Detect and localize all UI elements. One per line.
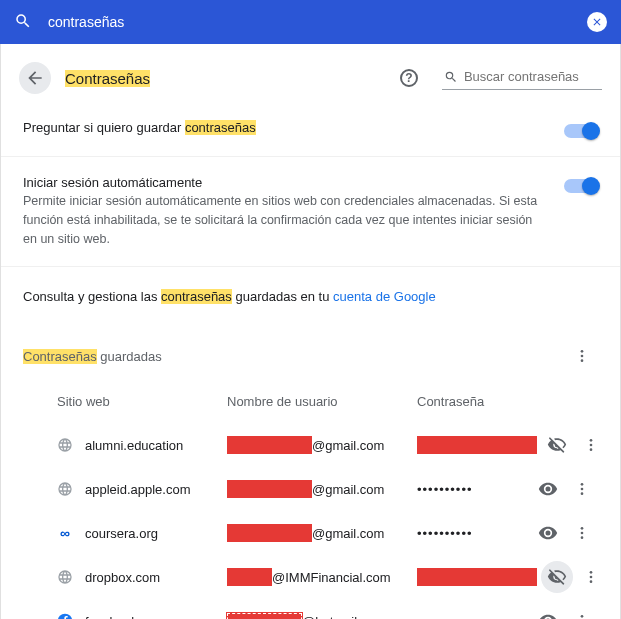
manage-in-google-note: Consulta y gestiona las contraseñas guar…: [1, 267, 620, 330]
svg-point-16: [581, 615, 584, 618]
table-row[interactable]: dropbox.com@IMMFinancial.com: [1, 555, 620, 599]
col-header-pass: Contraseña: [417, 394, 528, 409]
page-title: Contraseñas: [65, 70, 150, 87]
username-redacted: [227, 436, 312, 454]
password-redacted: [417, 436, 537, 454]
username-redacted: [227, 568, 272, 586]
svg-point-12: [590, 571, 593, 574]
local-search-field[interactable]: [442, 67, 602, 90]
username-redacted: [227, 480, 312, 498]
google-account-link[interactable]: cuenta de Google: [333, 289, 436, 304]
svg-point-0: [581, 350, 584, 353]
passwords-settings-panel: Contraseñas ? Preguntar si quiero guarda…: [0, 44, 621, 619]
site-favicon: ∞: [57, 525, 73, 541]
username-redacted: [227, 524, 312, 542]
show-password-button[interactable]: [532, 473, 564, 505]
svg-point-7: [581, 488, 584, 491]
username-suffix: @hotmail.com: [302, 614, 385, 619]
setting-label: Preguntar si quiero guardar contraseñas: [23, 120, 544, 135]
svg-point-9: [581, 527, 584, 530]
svg-point-2: [581, 360, 584, 363]
password-masked: ••••••••••: [417, 526, 473, 541]
page-header: Contraseñas ?: [1, 44, 620, 102]
svg-point-11: [581, 537, 584, 540]
svg-point-4: [590, 444, 593, 447]
svg-point-5: [590, 449, 593, 452]
row-more-button[interactable]: [566, 473, 598, 505]
site-favicon: [57, 481, 73, 497]
setting-ask-to-save: Preguntar si quiero guardar contraseñas: [1, 102, 620, 157]
auto-signin-toggle[interactable]: [564, 179, 598, 193]
password-masked: ••••••••••: [417, 614, 473, 619]
search-icon: [14, 12, 32, 33]
show-password-button[interactable]: [532, 517, 564, 549]
setting-description: Permite iniciar sesión automáticamente e…: [23, 192, 544, 248]
search-query[interactable]: contraseñas: [48, 14, 571, 30]
username-suffix: @gmail.com: [312, 438, 384, 453]
svg-point-8: [581, 493, 584, 496]
password-masked: ••••••••••: [417, 482, 473, 497]
table-header: Sitio web Nombre de usuario Contraseña: [1, 390, 620, 423]
clear-search-button[interactable]: [587, 12, 607, 32]
password-redacted: [417, 568, 537, 586]
username-suffix: @IMMFinancial.com: [272, 570, 391, 585]
svg-point-13: [590, 576, 593, 579]
row-more-button[interactable]: [566, 605, 598, 619]
username-suffix: @gmail.com: [312, 526, 384, 541]
site-name: alumni.education: [85, 438, 183, 453]
username-suffix: @gmail.com: [312, 482, 384, 497]
site-name: dropbox.com: [85, 570, 160, 585]
svg-point-1: [581, 355, 584, 358]
table-row[interactable]: appleid.apple.com@gmail.com••••••••••: [1, 467, 620, 511]
col-header-site: Sitio web: [57, 394, 227, 409]
site-name: appleid.apple.com: [85, 482, 191, 497]
show-password-button[interactable]: [532, 605, 564, 619]
local-search-input[interactable]: [464, 69, 600, 84]
row-more-button[interactable]: [575, 561, 607, 593]
show-password-button[interactable]: [541, 429, 573, 461]
saved-passwords-more-button[interactable]: [566, 340, 598, 372]
back-button[interactable]: [19, 62, 51, 94]
col-header-user: Nombre de usuario: [227, 394, 417, 409]
svg-point-14: [590, 581, 593, 584]
site-name: coursera.org: [85, 526, 158, 541]
table-row[interactable]: ∞coursera.org@gmail.com••••••••••: [1, 511, 620, 555]
site-favicon: [57, 613, 73, 619]
saved-passwords-header: Contraseñas guardadas: [1, 330, 620, 390]
setting-label: Iniciar sesión automáticamente: [23, 175, 544, 190]
site-favicon: [57, 569, 73, 585]
site-name: facebook.com: [85, 614, 166, 619]
table-row[interactable]: facebook.com@hotmail.com••••••••••: [1, 599, 620, 619]
table-row[interactable]: alumni.education@gmail.com: [1, 423, 620, 467]
search-icon: [444, 69, 458, 85]
row-more-button[interactable]: [566, 517, 598, 549]
site-favicon: [57, 437, 73, 453]
row-more-button[interactable]: [575, 429, 607, 461]
username-redacted: [227, 613, 302, 619]
svg-point-6: [581, 483, 584, 486]
help-button[interactable]: ?: [400, 69, 418, 87]
setting-auto-signin: Iniciar sesión automáticamente Permite i…: [1, 157, 620, 267]
svg-point-3: [590, 439, 593, 442]
ask-to-save-toggle[interactable]: [564, 124, 598, 138]
show-password-button[interactable]: [541, 561, 573, 593]
svg-point-10: [581, 532, 584, 535]
omnibox-search-bar[interactable]: contraseñas: [0, 0, 621, 44]
